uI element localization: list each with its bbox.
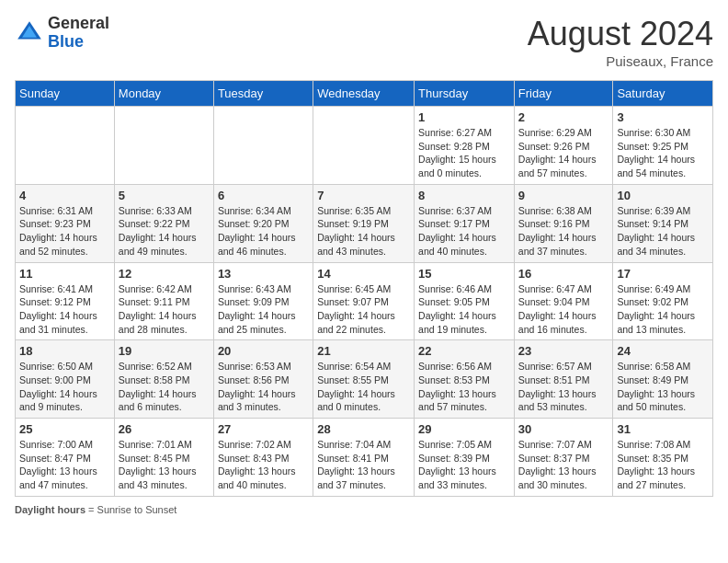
- day-info: Sunrise: 6:33 AM Sunset: 9:22 PM Dayligh…: [119, 204, 210, 259]
- calendar-cell: 28Sunrise: 7:04 AM Sunset: 8:41 PM Dayli…: [313, 419, 415, 497]
- day-number: 24: [617, 344, 709, 358]
- calendar-cell: 5Sunrise: 6:33 AM Sunset: 9:22 PM Daylig…: [114, 184, 213, 262]
- day-number: 18: [19, 344, 110, 358]
- calendar-cell: 11Sunrise: 6:41 AM Sunset: 9:12 PM Dayli…: [16, 262, 115, 340]
- day-number: 7: [317, 189, 410, 202]
- calendar-cell: 14Sunrise: 6:45 AM Sunset: 9:07 PM Dayli…: [313, 262, 415, 340]
- calendar-cell: 7Sunrise: 6:35 AM Sunset: 9:19 PM Daylig…: [313, 184, 415, 262]
- day-number: 13: [218, 267, 309, 281]
- day-number: 29: [418, 422, 510, 436]
- calendar-cell: 24Sunrise: 6:58 AM Sunset: 8:49 PM Dayli…: [613, 340, 713, 419]
- day-info: Sunrise: 6:38 AM Sunset: 9:16 PM Dayligh…: [518, 204, 609, 259]
- calendar-cell: 19Sunrise: 6:52 AM Sunset: 8:58 PM Dayli…: [114, 340, 213, 419]
- calendar-cell: 30Sunrise: 7:07 AM Sunset: 8:37 PM Dayli…: [514, 419, 613, 497]
- day-number: 8: [418, 189, 510, 202]
- day-number: 6: [218, 189, 309, 202]
- day-info: Sunrise: 6:31 AM Sunset: 9:23 PM Dayligh…: [19, 204, 110, 259]
- day-info: Sunrise: 7:04 AM Sunset: 8:41 PM Dayligh…: [317, 438, 410, 492]
- calendar-week-row: 1Sunrise: 6:27 AM Sunset: 9:28 PM Daylig…: [16, 107, 713, 185]
- calendar-cell: 23Sunrise: 6:57 AM Sunset: 8:51 PM Dayli…: [514, 340, 613, 419]
- day-number: 19: [119, 344, 210, 358]
- day-info: Sunrise: 6:47 AM Sunset: 9:04 PM Dayligh…: [518, 282, 609, 337]
- day-info: Sunrise: 6:39 AM Sunset: 9:14 PM Dayligh…: [617, 204, 709, 259]
- calendar-cell: 12Sunrise: 6:42 AM Sunset: 9:11 PM Dayli…: [114, 262, 213, 340]
- day-info: Sunrise: 6:29 AM Sunset: 9:26 PM Dayligh…: [518, 126, 609, 180]
- day-info: Sunrise: 7:02 AM Sunset: 8:43 PM Dayligh…: [218, 438, 309, 492]
- daylight-hours-label: Daylight hours: [15, 504, 85, 515]
- day-info: Sunrise: 6:52 AM Sunset: 8:58 PM Dayligh…: [119, 360, 210, 414]
- day-number: 4: [19, 189, 110, 202]
- day-info: Sunrise: 6:27 AM Sunset: 9:28 PM Dayligh…: [418, 126, 510, 180]
- calendar-cell: 27Sunrise: 7:02 AM Sunset: 8:43 PM Dayli…: [213, 419, 313, 497]
- calendar-cell: 22Sunrise: 6:56 AM Sunset: 8:53 PM Dayli…: [415, 340, 515, 419]
- calendar-week-row: 25Sunrise: 7:00 AM Sunset: 8:47 PM Dayli…: [16, 419, 713, 497]
- calendar-table: SundayMondayTuesdayWednesdayThursdayFrid…: [15, 80, 713, 497]
- footer-note: Daylight hours = Sunrise to Sunset: [15, 504, 713, 515]
- calendar-cell: 16Sunrise: 6:47 AM Sunset: 9:04 PM Dayli…: [514, 262, 613, 340]
- day-info: Sunrise: 7:07 AM Sunset: 8:37 PM Dayligh…: [518, 438, 609, 492]
- logo-general: General: [48, 14, 109, 32]
- calendar-cell: 15Sunrise: 6:46 AM Sunset: 9:05 PM Dayli…: [415, 262, 515, 340]
- calendar-week-row: 4Sunrise: 6:31 AM Sunset: 9:23 PM Daylig…: [16, 184, 713, 262]
- calendar-cell: [313, 107, 415, 185]
- logo-blue: Blue: [48, 32, 84, 51]
- day-of-week-header: Wednesday: [313, 81, 415, 107]
- month-year-title: August 2024: [528, 15, 713, 53]
- calendar-cell: 10Sunrise: 6:39 AM Sunset: 9:14 PM Dayli…: [613, 184, 713, 262]
- day-number: 17: [617, 267, 709, 281]
- day-info: Sunrise: 7:00 AM Sunset: 8:47 PM Dayligh…: [19, 438, 110, 492]
- day-number: 27: [218, 422, 309, 436]
- logo-text: General Blue: [48, 15, 109, 52]
- day-number: 2: [518, 110, 609, 124]
- day-info: Sunrise: 6:42 AM Sunset: 9:11 PM Dayligh…: [119, 282, 210, 337]
- day-info: Sunrise: 7:08 AM Sunset: 8:35 PM Dayligh…: [617, 438, 709, 492]
- day-info: Sunrise: 6:41 AM Sunset: 9:12 PM Dayligh…: [19, 282, 110, 337]
- calendar-cell: [114, 107, 213, 185]
- day-info: Sunrise: 6:45 AM Sunset: 9:07 PM Dayligh…: [317, 282, 410, 337]
- day-info: Sunrise: 6:53 AM Sunset: 8:56 PM Dayligh…: [218, 360, 309, 414]
- day-info: Sunrise: 6:34 AM Sunset: 9:20 PM Dayligh…: [218, 204, 309, 259]
- day-info: Sunrise: 6:50 AM Sunset: 9:00 PM Dayligh…: [19, 360, 110, 414]
- calendar-cell: 26Sunrise: 7:01 AM Sunset: 8:45 PM Dayli…: [114, 419, 213, 497]
- day-number: 25: [19, 422, 110, 436]
- logo-icon: [15, 18, 44, 48]
- calendar-cell: 21Sunrise: 6:54 AM Sunset: 8:55 PM Dayli…: [313, 340, 415, 419]
- day-number: 15: [418, 267, 510, 281]
- calendar-header-row: SundayMondayTuesdayWednesdayThursdayFrid…: [16, 81, 713, 107]
- day-number: 28: [317, 422, 410, 436]
- calendar-cell: 31Sunrise: 7:08 AM Sunset: 8:35 PM Dayli…: [613, 419, 713, 497]
- day-number: 23: [518, 344, 609, 358]
- day-number: 16: [518, 267, 609, 281]
- calendar-cell: 29Sunrise: 7:05 AM Sunset: 8:39 PM Dayli…: [415, 419, 515, 497]
- day-info: Sunrise: 6:49 AM Sunset: 9:02 PM Dayligh…: [617, 282, 709, 337]
- day-of-week-header: Thursday: [415, 81, 515, 107]
- day-number: 9: [518, 189, 609, 202]
- day-number: 30: [518, 422, 609, 436]
- calendar-week-row: 18Sunrise: 6:50 AM Sunset: 9:00 PM Dayli…: [16, 340, 713, 419]
- calendar-cell: 25Sunrise: 7:00 AM Sunset: 8:47 PM Dayli…: [16, 419, 115, 497]
- calendar-cell: 6Sunrise: 6:34 AM Sunset: 9:20 PM Daylig…: [213, 184, 313, 262]
- day-info: Sunrise: 6:57 AM Sunset: 8:51 PM Dayligh…: [518, 360, 609, 414]
- day-number: 5: [119, 189, 210, 202]
- calendar-cell: 4Sunrise: 6:31 AM Sunset: 9:23 PM Daylig…: [16, 184, 115, 262]
- day-info: Sunrise: 6:35 AM Sunset: 9:19 PM Dayligh…: [317, 204, 410, 259]
- page-header: General Blue August 2024 Puiseaux, Franc…: [15, 15, 713, 69]
- day-of-week-header: Friday: [514, 81, 613, 107]
- calendar-cell: 9Sunrise: 6:38 AM Sunset: 9:16 PM Daylig…: [514, 184, 613, 262]
- calendar-cell: 17Sunrise: 6:49 AM Sunset: 9:02 PM Dayli…: [613, 262, 713, 340]
- day-number: 1: [418, 110, 510, 124]
- day-of-week-header: Monday: [114, 81, 213, 107]
- calendar-cell: 3Sunrise: 6:30 AM Sunset: 9:25 PM Daylig…: [613, 107, 713, 185]
- day-number: 31: [617, 422, 709, 436]
- calendar-cell: 2Sunrise: 6:29 AM Sunset: 9:26 PM Daylig…: [514, 107, 613, 185]
- day-info: Sunrise: 6:56 AM Sunset: 8:53 PM Dayligh…: [418, 360, 510, 414]
- calendar-week-row: 11Sunrise: 6:41 AM Sunset: 9:12 PM Dayli…: [16, 262, 713, 340]
- day-info: Sunrise: 6:58 AM Sunset: 8:49 PM Dayligh…: [617, 360, 709, 414]
- day-info: Sunrise: 6:30 AM Sunset: 9:25 PM Dayligh…: [617, 126, 709, 180]
- calendar-cell: 13Sunrise: 6:43 AM Sunset: 9:09 PM Dayli…: [213, 262, 313, 340]
- day-number: 3: [617, 110, 709, 124]
- calendar-cell: 18Sunrise: 6:50 AM Sunset: 9:00 PM Dayli…: [16, 340, 115, 419]
- day-info: Sunrise: 7:05 AM Sunset: 8:39 PM Dayligh…: [418, 438, 510, 492]
- day-number: 14: [317, 267, 410, 281]
- day-info: Sunrise: 6:43 AM Sunset: 9:09 PM Dayligh…: [218, 282, 309, 337]
